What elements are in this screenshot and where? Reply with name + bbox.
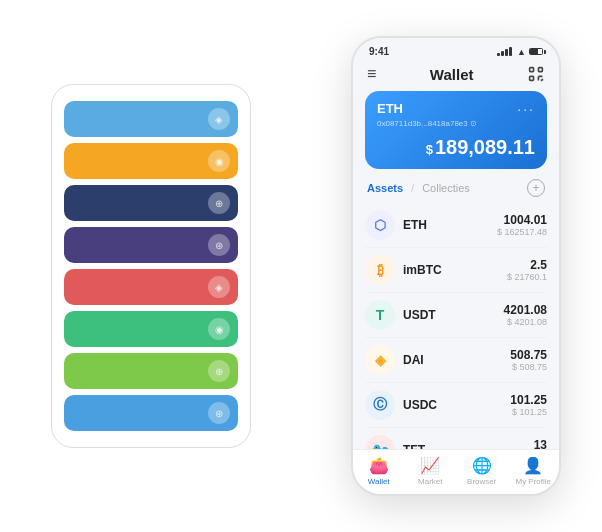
asset-item[interactable]: ⬡ ETH 1004.01 $ 162517.48 [365, 203, 547, 248]
card-row: ◈ [64, 269, 238, 305]
balance-symbol: $ [426, 142, 433, 157]
eth-balance: $189,089.11 [377, 136, 535, 159]
asset-usd: $ 508.75 [510, 362, 547, 372]
nav-label: My Profile [515, 477, 551, 486]
card-icon: ⊕ [208, 360, 230, 382]
asset-amount: 2.5 [507, 258, 547, 272]
card-stack: ◈◉⊕⊛◈◉⊕⊛ [51, 84, 251, 448]
asset-usd: $ 4201.08 [504, 317, 547, 327]
nav-label: Wallet [368, 477, 390, 486]
asset-values: 4201.08 $ 4201.08 [504, 303, 547, 327]
tab-divider: / [411, 182, 414, 194]
nav-icon: 👤 [523, 456, 543, 475]
asset-amount: 13 [534, 438, 547, 449]
asset-values: 508.75 $ 508.75 [510, 348, 547, 372]
asset-values: 1004.01 $ 162517.48 [497, 213, 547, 237]
assets-header: Assets / Collecties + [353, 179, 559, 203]
card-icon: ◈ [208, 108, 230, 130]
asset-amount: 508.75 [510, 348, 547, 362]
nav-item-my-profile[interactable]: 👤 My Profile [508, 456, 560, 486]
asset-values: 2.5 $ 21760.1 [507, 258, 547, 282]
asset-icon: ◈ [365, 345, 395, 375]
battery-icon [529, 48, 543, 55]
asset-name: USDT [403, 308, 504, 322]
eth-address: 0x08711d3b...8418a78e3 ⊙ [377, 119, 535, 128]
tab-assets[interactable]: Assets [367, 182, 403, 194]
add-asset-button[interactable]: + [527, 179, 545, 197]
card-icon: ⊛ [208, 234, 230, 256]
asset-item[interactable]: T USDT 4201.08 $ 4201.08 [365, 293, 547, 338]
svg-rect-1 [538, 68, 542, 72]
scene: ◈◉⊕⊛◈◉⊕⊛ 9:41 ▲ ≡ Wallet [21, 16, 581, 516]
svg-rect-0 [530, 68, 534, 72]
nav-item-market[interactable]: 📈 Market [405, 456, 457, 486]
eth-card[interactable]: ETH ··· 0x08711d3b...8418a78e3 ⊙ $189,08… [365, 91, 547, 169]
nav-icon: 👛 [369, 456, 389, 475]
asset-name: imBTC [403, 263, 507, 277]
asset-item[interactable]: 🐦 TFT 13 0 [365, 428, 547, 449]
wifi-icon: ▲ [517, 47, 526, 57]
card-row: ⊕ [64, 185, 238, 221]
status-bar: 9:41 ▲ [353, 38, 559, 61]
asset-usd: $ 101.25 [510, 407, 547, 417]
card-icon: ◈ [208, 276, 230, 298]
asset-amount: 101.25 [510, 393, 547, 407]
scan-icon[interactable] [527, 65, 545, 83]
status-time: 9:41 [369, 46, 389, 57]
card-row: ⊕ [64, 353, 238, 389]
card-row: ⊛ [64, 395, 238, 431]
balance-value: 189,089.11 [435, 136, 535, 158]
svg-rect-2 [530, 76, 534, 80]
status-icons: ▲ [497, 47, 543, 57]
asset-usd: $ 162517.48 [497, 227, 547, 237]
card-row: ⊛ [64, 227, 238, 263]
asset-values: 101.25 $ 101.25 [510, 393, 547, 417]
card-row: ◉ [64, 311, 238, 347]
card-row: ◉ [64, 143, 238, 179]
asset-item[interactable]: ◈ DAI 508.75 $ 508.75 [365, 338, 547, 383]
asset-amount: 4201.08 [504, 303, 547, 317]
menu-icon[interactable]: ≡ [367, 65, 376, 83]
asset-name: DAI [403, 353, 510, 367]
card-icon: ◉ [208, 318, 230, 340]
nav-label: Market [418, 477, 442, 486]
nav-label: Browser [467, 477, 496, 486]
assets-tabs: Assets / Collecties [367, 182, 470, 194]
asset-name: ETH [403, 218, 497, 232]
eth-card-label: ETH [377, 101, 403, 116]
nav-icon: 🌐 [472, 456, 492, 475]
asset-usd: $ 21760.1 [507, 272, 547, 282]
asset-item[interactable]: Ⓒ USDC 101.25 $ 101.25 [365, 383, 547, 428]
asset-values: 13 0 [534, 438, 547, 449]
card-row: ◈ [64, 101, 238, 137]
asset-icon: 🐦 [365, 435, 395, 449]
bottom-nav: 👛 Wallet 📈 Market 🌐 Browser 👤 My Profile [353, 449, 559, 494]
asset-icon: T [365, 300, 395, 330]
asset-item[interactable]: ₿ imBTC 2.5 $ 21760.1 [365, 248, 547, 293]
tab-collecties[interactable]: Collecties [422, 182, 470, 194]
phone-header: ≡ Wallet [353, 61, 559, 91]
page-title: Wallet [430, 66, 474, 83]
phone-mockup: 9:41 ▲ ≡ Wallet [351, 36, 561, 496]
asset-name: USDC [403, 398, 510, 412]
eth-card-more[interactable]: ··· [517, 101, 535, 117]
nav-item-wallet[interactable]: 👛 Wallet [353, 456, 405, 486]
card-icon: ⊕ [208, 192, 230, 214]
nav-item-browser[interactable]: 🌐 Browser [456, 456, 508, 486]
asset-icon: ₿ [365, 255, 395, 285]
nav-icon: 📈 [420, 456, 440, 475]
asset-icon: Ⓒ [365, 390, 395, 420]
asset-icon: ⬡ [365, 210, 395, 240]
card-icon: ◉ [208, 150, 230, 172]
asset-list: ⬡ ETH 1004.01 $ 162517.48 ₿ imBTC 2.5 $ … [353, 203, 559, 449]
card-icon: ⊛ [208, 402, 230, 424]
asset-amount: 1004.01 [497, 213, 547, 227]
